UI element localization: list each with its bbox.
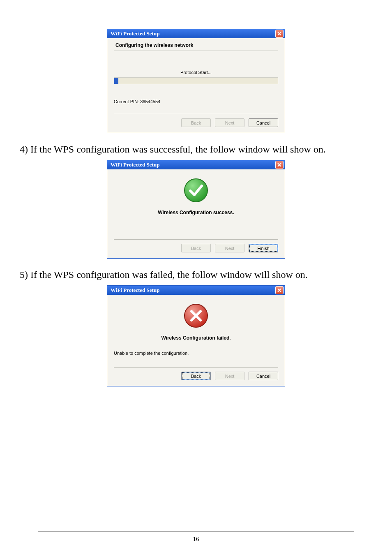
wps-dialog-success: WiFi Protected Setup Wireless [107,160,285,259]
next-button: Next [215,244,244,252]
back-button: Back [181,118,211,127]
window-title: WiFi Protected Setup [111,287,159,294]
result-text: Wireless Configuration success. [114,210,278,215]
close-icon[interactable] [275,30,284,38]
button-row: Back Next Cancel [114,118,278,127]
finish-button[interactable]: Finish [249,244,278,252]
progress-fill [114,78,118,84]
close-icon[interactable] [275,161,284,169]
failed-icon [114,303,278,328]
sub-message: Unable to complete the configuration. [114,351,278,356]
button-row: Back Next Cancel [114,372,278,380]
cancel-button[interactable]: Cancel [249,118,278,127]
window-title: WiFi Protected Setup [111,30,159,37]
dialog-body: Wireless Configuration success. Back Nex… [107,169,285,258]
next-button: Next [215,372,244,380]
back-button[interactable]: Back [181,372,211,380]
titlebar[interactable]: WiFi Protected Setup [107,29,285,38]
titlebar[interactable]: WiFi Protected Setup [107,286,285,295]
divider [114,367,278,368]
window-title: WiFi Protected Setup [111,162,159,168]
page-number: 16 [0,536,392,543]
caption-failed: 5) If the WPS configuration was failed, … [20,268,372,281]
titlebar[interactable]: WiFi Protected Setup [107,160,285,169]
footer-divider [38,532,354,532]
progress-bar [114,77,278,84]
divider [114,114,278,114]
wps-dialog-configuring: WiFi Protected Setup Configuring the wir… [107,29,285,133]
divider [114,51,278,51]
cancel-button[interactable]: Cancel [249,372,278,380]
divider [114,239,278,240]
next-button: Next [215,118,244,127]
back-button: Back [181,244,211,252]
pin-label: Current PIN: 36544554 [114,99,278,104]
dialog-heading: Configuring the wireless network [115,42,278,48]
button-row: Back Next Finish [114,244,278,252]
svg-point-0 [184,179,208,202]
success-icon [114,178,278,203]
wps-dialog-failed: WiFi Protected Setup Wireless [107,285,285,386]
dialog-body: Wireless Configuration failed. Unable to… [107,295,285,386]
dialog-body: Configuring the wireless network Protoco… [107,38,285,133]
close-icon[interactable] [275,286,284,294]
result-text: Wireless Configuration failed. [114,335,278,341]
caption-success: 4) If the WPS configuration was successf… [20,143,372,156]
status-text: Protocol Start... [114,70,278,75]
